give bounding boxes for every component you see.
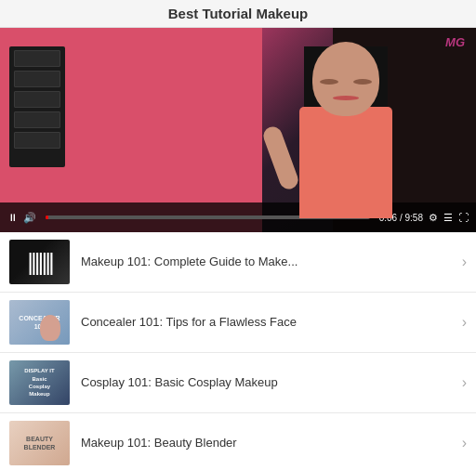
brushes-icon: ||||||| <box>27 248 51 277</box>
thumbnail-3: DISPLAY ITBasicCosplayMakeup <box>9 360 70 405</box>
logo-watermark: MG <box>445 35 465 49</box>
person-head <box>312 42 379 116</box>
playlist-item[interactable]: DISPLAY ITBasicCosplayMakeup Cosplay 101… <box>0 353 476 413</box>
play-pause-button[interactable]: ⏸ <box>7 212 18 223</box>
thumbnail-2: CONCEALER101 <box>9 300 70 345</box>
item-title-2: Concealer 101: Tips for a Flawless Face <box>81 315 455 331</box>
playlist-item[interactable]: CONCEALER101 Concealer 101: Tips for a F… <box>0 293 476 353</box>
person-arm <box>261 124 301 192</box>
playlist: ||||||| Makeup 101: Complete Guide to Ma… <box>0 232 476 470</box>
chevron-icon-4: › <box>462 435 467 451</box>
page-title: Best Tutorial Makeup <box>0 0 476 28</box>
thumbnail-1: ||||||| <box>9 240 70 284</box>
volume-button[interactable]: 🔊 <box>23 212 36 224</box>
person-torso <box>299 107 392 218</box>
chevron-icon-3: › <box>462 374 467 391</box>
item-title-1: Makeup 101: Complete Guide to Make... <box>81 255 455 270</box>
progress-fill <box>46 215 48 219</box>
video-controls-bar[interactable]: ⏸ 🔊 0:06 / 9:58 ⚙ ☰ ⛶ <box>0 202 476 232</box>
video-extra-controls[interactable]: ⚙ ☰ ⛶ <box>429 212 469 224</box>
chevron-icon-1: › <box>462 254 467 270</box>
chevron-icon-2: › <box>462 314 467 331</box>
fullscreen-icon[interactable]: ⛶ <box>458 212 469 223</box>
video-prop-dresser <box>9 46 65 167</box>
playlist-item[interactable]: BEAUTYBLENDER Makeup 101: Beauty Blender… <box>0 413 476 470</box>
menu-icon[interactable]: ☰ <box>443 212 453 224</box>
item-title-4: Makeup 101: Beauty Blender <box>81 436 455 451</box>
item-title-3: Cosplay 101: Basic Cosplay Makeup <box>81 375 455 391</box>
video-player[interactable]: MG ⏸ 🔊 0:06 / 9:58 ⚙ ☰ ⛶ <box>0 28 476 232</box>
playlist-item[interactable]: ||||||| Makeup 101: Complete Guide to Ma… <box>0 232 476 293</box>
thumbnail-4: BEAUTYBLENDER <box>9 421 70 465</box>
settings-icon[interactable]: ⚙ <box>429 212 438 224</box>
